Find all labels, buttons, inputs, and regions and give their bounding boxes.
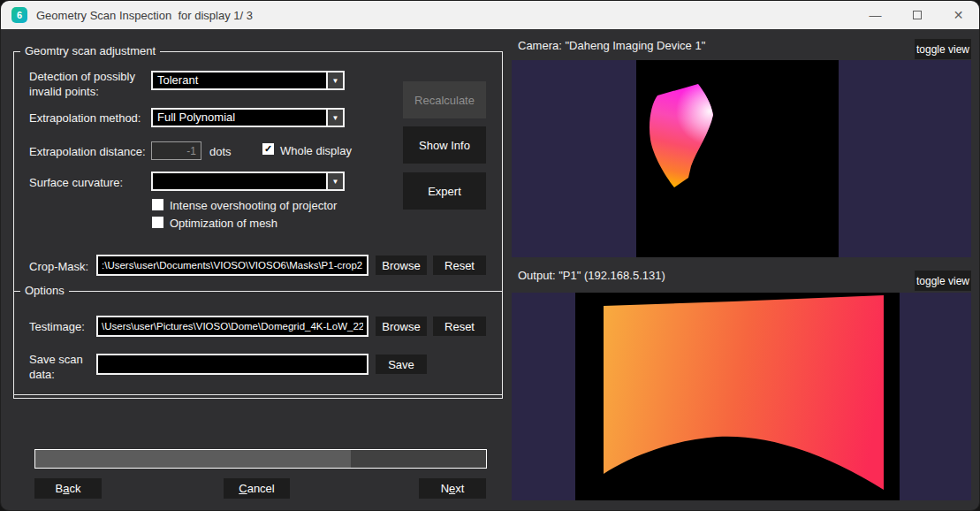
window-controls: — ✕ [855, 1, 979, 29]
surface-curvature-combobox[interactable]: ▼ [151, 172, 345, 191]
next-button[interactable]: Next [419, 478, 486, 499]
show-info-button[interactable]: Show Info [403, 126, 486, 164]
extrapolation-method-label: Extrapolation method: [29, 111, 141, 126]
recalculate-button: Recalculate [403, 81, 486, 118]
testimage-browse-button[interactable]: Browse [376, 317, 427, 336]
cancel-button[interactable]: Cancel [224, 478, 290, 499]
output-viewport [512, 293, 971, 500]
progress-bar [34, 449, 487, 469]
testimage-reset-button[interactable]: Reset [433, 317, 486, 336]
group-label: Geomtry scan adjustment [20, 44, 160, 57]
chevron-down-icon[interactable]: ▼ [326, 110, 343, 126]
detection-combobox[interactable]: Tolerant ▼ [151, 71, 345, 90]
detection-label: Detection of possibly invalid points: [29, 69, 146, 99]
chevron-down-icon[interactable]: ▼ [326, 173, 343, 189]
save-button[interactable]: Save [376, 355, 427, 374]
output-warp-shape [512, 293, 971, 500]
checkmark-icon: ✓ [264, 143, 272, 154]
camera-toggle-view-button[interactable]: toggle view [915, 39, 971, 59]
camera-scan-shape [512, 60, 971, 257]
close-icon: ✕ [953, 8, 964, 22]
mesh-optimization-label: Optimization of mesh [170, 216, 277, 231]
camera-label: Camera: "Daheng Imaging Device 1" [518, 39, 705, 52]
crop-mask-label: Crop-Mask: [29, 259, 88, 274]
extrapolation-distance-input [151, 141, 201, 160]
extrapolation-method-value: Full Polynomial [157, 111, 235, 124]
chevron-down-icon[interactable]: ▼ [326, 72, 343, 88]
whole-display-checkbox[interactable]: ✓ [262, 143, 274, 155]
output-toggle-view-button[interactable]: toggle view [915, 271, 971, 291]
crop-mask-browse-button[interactable]: Browse [376, 256, 427, 275]
options-group: Options [13, 291, 503, 395]
dots-label: dots [209, 144, 232, 159]
geometry-scan-inspection-window: 6 Geometry Scan Inspection for display 1… [0, 0, 980, 511]
save-scan-label: Save scan data: [29, 352, 84, 382]
vioso-app-icon: 6 [11, 7, 27, 23]
back-button[interactable]: Back [34, 478, 102, 499]
progress-bar-fill [35, 450, 351, 468]
expert-button[interactable]: Expert [403, 172, 486, 210]
dialog-body: Geomtry scan adjustment Detection of pos… [1, 29, 979, 510]
detection-value: Tolerant [157, 73, 198, 87]
testimage-input[interactable] [96, 316, 368, 337]
maximize-icon [913, 11, 922, 19]
titlebar: 6 Geometry Scan Inspection for display 1… [1, 1, 979, 29]
window-title: Geometry Scan Inspection for display 1/ … [36, 9, 253, 22]
camera-viewport [512, 60, 971, 257]
crop-mask-input[interactable] [96, 255, 368, 276]
whole-display-label: Whole display [280, 143, 352, 158]
close-button[interactable]: ✕ [938, 1, 979, 29]
extrapolation-distance-label: Extrapolation distance: [29, 144, 146, 159]
options-group-label: Options [20, 284, 69, 297]
extrapolation-method-combobox[interactable]: Full Polynomial ▼ [151, 108, 345, 127]
save-scan-input[interactable] [96, 354, 368, 375]
minimize-button[interactable]: — [855, 1, 896, 29]
mesh-optimization-checkbox[interactable] [152, 217, 163, 228]
intense-overshooting-checkbox[interactable] [152, 199, 163, 210]
crop-mask-reset-button[interactable]: Reset [433, 256, 486, 275]
surface-curvature-label: Surface curvature: [29, 175, 123, 190]
testimage-label: Testimage: [29, 319, 85, 334]
maximize-button[interactable] [896, 1, 938, 29]
minimize-icon: — [870, 8, 882, 22]
output-label: Output: "P1" (192.168.5.131) [518, 269, 665, 282]
intense-overshooting-label: Intense overshooting of projector [170, 198, 337, 213]
